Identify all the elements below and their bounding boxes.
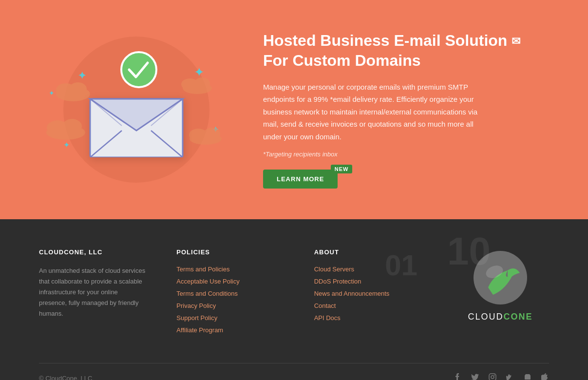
svg-rect-21	[489, 374, 496, 380]
link-terms-policies[interactable]: Terms and Policies	[176, 266, 285, 273]
hero-section: ✦ ✦ ✦ ✦ ✦	[0, 0, 588, 219]
footer-top: CLOUDCONE, LLC An unmatched stack of clo…	[39, 248, 549, 339]
company-description: An unmatched stack of cloud services tha…	[39, 266, 147, 319]
footer-col-about: ABOUT Cloud Servers DDoS Protection News…	[314, 248, 422, 339]
new-badge: NEW	[331, 165, 353, 173]
footer-col-company: CLOUDCONE, LLC An unmatched stack of clo…	[39, 248, 147, 339]
checkmark-circle	[119, 50, 158, 89]
copyright-text: © CloudCone, LLC	[39, 375, 92, 380]
svg-point-23	[494, 375, 495, 376]
logo-text-green: CONE	[503, 312, 532, 322]
link-news[interactable]: News and Announcements	[314, 290, 422, 297]
social-apple[interactable]	[541, 373, 549, 380]
policies-title: POLICIES	[176, 248, 285, 256]
hero-title: Hosted Business E-mail Solution ✉ For Cu…	[263, 31, 549, 71]
social-vimeo[interactable]	[506, 373, 514, 380]
sparkle-5: ✦	[63, 140, 70, 150]
cloud-right-bottom	[188, 124, 224, 145]
link-ddos-protection[interactable]: DDoS Protection	[314, 278, 422, 285]
about-title: ABOUT	[314, 248, 422, 256]
logo-text-white: CLOUD	[468, 312, 503, 322]
social-icons	[454, 373, 549, 380]
logo-text: CLOUDCONE	[468, 312, 532, 322]
footer: 10 01 CLOUDCONE, LLC An unmatched stack …	[0, 219, 588, 380]
footer-logo-col: CLOUDCONE	[452, 248, 549, 339]
company-title: CLOUDCONE, LLC	[39, 248, 147, 256]
hero-content: Hosted Business E-mail Solution ✉ For Cu…	[263, 31, 549, 189]
hero-footnote: *Targeting recipients inbox	[263, 151, 549, 158]
envelope-illustration	[80, 60, 192, 159]
link-terms-conditions[interactable]: Terms and Conditions	[176, 290, 285, 297]
svg-point-8	[62, 119, 82, 133]
link-acceptable-use[interactable]: Acceptable Use Policy	[176, 278, 285, 285]
hero-illustration: ✦ ✦ ✦ ✦ ✦	[39, 60, 234, 159]
link-api-docs[interactable]: API Docs	[314, 314, 422, 322]
hero-title-text: Hosted Business E-mail Solution ✉ For Cu…	[263, 31, 520, 71]
social-twitter[interactable]	[471, 373, 479, 380]
link-support-policy[interactable]: Support Policy	[176, 314, 285, 322]
cloudcone-logo	[466, 248, 534, 312]
learn-more-button[interactable]: LEARN MORE	[263, 170, 338, 189]
footer-col-policies: POLICIES Terms and Policies Acceptable U…	[176, 248, 285, 339]
svg-point-18	[121, 52, 156, 87]
link-contact[interactable]: Contact	[314, 302, 422, 309]
svg-point-11	[204, 128, 220, 140]
link-affiliate-program[interactable]: Affiliate Program	[176, 326, 285, 334]
link-privacy-policy[interactable]: Privacy Policy	[176, 302, 285, 309]
btn-wrapper: LEARN MORE NEW	[263, 170, 338, 189]
svg-point-5	[194, 77, 210, 89]
social-facebook[interactable]	[454, 373, 461, 380]
footer-bottom: © CloudCone, LLC	[39, 363, 549, 380]
svg-point-22	[491, 376, 494, 379]
social-android[interactable]	[524, 373, 531, 380]
hero-description: Manage your personal or corporate emails…	[263, 81, 487, 143]
link-cloud-servers[interactable]: Cloud Servers	[314, 266, 422, 273]
hero-title-icon: ✉	[512, 35, 520, 47]
social-instagram[interactable]	[489, 373, 496, 380]
